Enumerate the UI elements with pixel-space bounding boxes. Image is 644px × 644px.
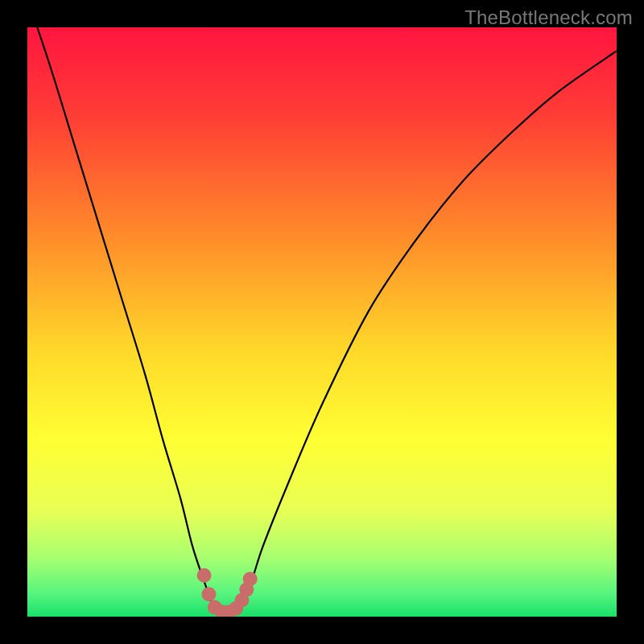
minimum-marker (243, 572, 258, 586)
bottleneck-chart (0, 0, 644, 644)
minimum-marker (201, 587, 216, 601)
plot-background (27, 27, 617, 617)
watermark-text: TheBottleneck.com (464, 6, 633, 29)
minimum-marker (197, 568, 212, 583)
chart-frame: TheBottleneck.com (0, 0, 644, 644)
